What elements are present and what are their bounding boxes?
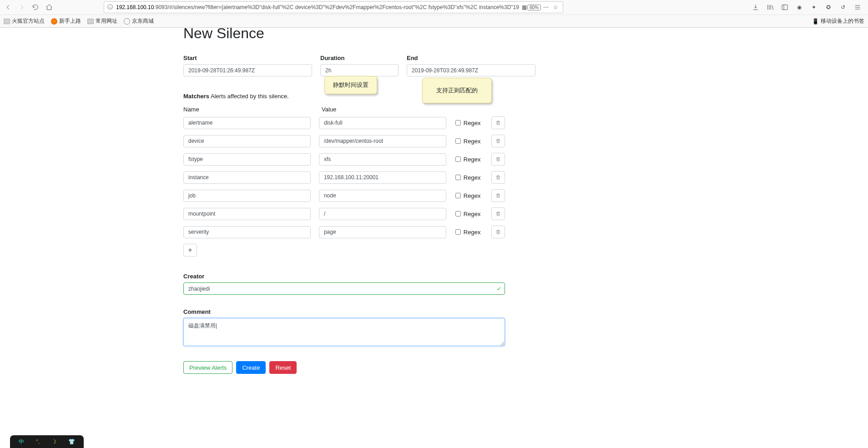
matcher-name-input[interactable] [183, 171, 311, 184]
matcher-row: Regex [183, 171, 505, 184]
duration-input[interactable] [320, 64, 399, 76]
delete-matcher-button[interactable] [491, 135, 505, 147]
regex-checkbox[interactable] [455, 175, 461, 180]
matcher-value-input[interactable] [319, 117, 446, 129]
regex-checkbox-label[interactable]: Regex [455, 211, 481, 217]
firefox-icon [51, 18, 57, 25]
svg-rect-1 [782, 5, 787, 10]
zoom-badge[interactable]: 80% [527, 5, 541, 10]
matcher-value-input[interactable] [319, 190, 446, 202]
start-input[interactable] [183, 64, 312, 76]
matcher-row: Regex [183, 135, 505, 147]
regex-checkbox-label[interactable]: Regex [455, 156, 481, 163]
start-label: Start [183, 55, 312, 61]
create-button[interactable]: Create [236, 361, 266, 374]
toolbar-right: ◉ ✦ ✪ ↺ [750, 1, 866, 14]
menu-icon[interactable] [852, 1, 863, 14]
addon-icon-1[interactable]: ◉ [793, 1, 805, 14]
nav-toolbar: 192.168.100.10:9093/#/silences/new?filte… [0, 0, 868, 15]
site-info-icon[interactable] [107, 4, 113, 11]
browser-chrome: 192.168.100.10:9093/#/silences/new?filte… [0, 0, 868, 28]
regex-checkbox-label[interactable]: Regex [455, 192, 481, 199]
name-header: Name [183, 106, 322, 113]
matcher-row: Regex [183, 116, 505, 129]
addon-icon-3[interactable]: ✪ [823, 1, 834, 14]
reload-button[interactable] [29, 1, 42, 14]
regex-checkbox-label[interactable]: Regex [455, 138, 481, 145]
matcher-name-input[interactable] [183, 153, 311, 166]
matcher-value-input[interactable] [319, 153, 446, 166]
addon-icon-2[interactable]: ✦ [808, 1, 820, 14]
annotation-note: 支持正则匹配的 [422, 78, 492, 103]
url-bar[interactable]: 192.168.100.10:9093/#/silences/new?filte… [104, 1, 563, 13]
qr-icon[interactable]: ▦ [522, 4, 527, 10]
library-icon[interactable] [764, 1, 776, 14]
folder-icon [4, 19, 10, 24]
matcher-value-input[interactable] [319, 208, 446, 220]
mobile-bookmarks[interactable]: 📱移动设备上的书签 [812, 17, 864, 25]
forward-button[interactable] [15, 1, 28, 14]
delete-matcher-button[interactable] [491, 153, 505, 166]
matcher-value-input[interactable] [319, 226, 446, 238]
mobile-icon: 📱 [812, 18, 819, 25]
delete-matcher-button[interactable] [491, 171, 505, 184]
end-input[interactable] [407, 64, 535, 76]
matcher-name-input[interactable] [183, 117, 311, 129]
delete-matcher-button[interactable] [491, 207, 505, 220]
regex-checkbox[interactable] [455, 138, 461, 144]
creator-label: Creator [183, 273, 505, 280]
page-title: New Silence [183, 25, 505, 42]
time-row: Start Duration End [183, 55, 505, 76]
sidebar-icon[interactable] [779, 1, 791, 14]
duration-label: Duration [320, 55, 399, 61]
bookmark-item[interactable]: 京东商城 [124, 17, 154, 25]
folder-icon [87, 19, 94, 24]
end-label: End [407, 55, 535, 61]
regex-checkbox[interactable] [455, 193, 461, 198]
page-content: New Silence Start Duration End 静默时间设置 支持… [0, 25, 868, 392]
star-icon[interactable]: ☆ [551, 1, 560, 13]
matcher-value-input[interactable] [319, 171, 446, 184]
matcher-row: Regex [183, 226, 505, 238]
add-matcher-button[interactable]: + [183, 244, 197, 257]
matcher-row: Regex [183, 189, 505, 202]
back-button[interactable] [2, 1, 15, 14]
matcher-row: Regex [183, 207, 505, 220]
regex-checkbox-label[interactable]: Regex [455, 229, 481, 236]
regex-checkbox-label[interactable]: Regex [455, 120, 481, 126]
creator-input[interactable] [183, 282, 505, 295]
preview-alerts-button[interactable]: Preview Alerts [183, 361, 232, 374]
matcher-header: Name Value [183, 106, 505, 113]
value-header: Value [322, 106, 451, 113]
comment-input[interactable] [183, 318, 505, 346]
addon-icon-4[interactable]: ↺ [837, 1, 849, 14]
matcher-value-input[interactable] [319, 135, 446, 147]
regex-checkbox[interactable] [455, 120, 461, 126]
bookmark-item[interactable]: 火狐官方站点 [4, 17, 45, 25]
regex-checkbox-label[interactable]: Regex [455, 174, 481, 181]
matcher-name-input[interactable] [183, 208, 311, 220]
matcher-row: Regex [183, 153, 505, 166]
comment-label: Comment [183, 308, 505, 315]
page-actions-icon[interactable]: ⋯ [541, 1, 551, 13]
home-button[interactable] [43, 1, 56, 14]
bookmark-item[interactable]: 新手上路 [51, 17, 81, 25]
download-icon[interactable] [750, 1, 762, 14]
matcher-name-input[interactable] [183, 190, 311, 202]
check-icon: ✓ [497, 286, 501, 292]
delete-matcher-button[interactable] [491, 189, 505, 202]
matcher-name-input[interactable] [183, 135, 311, 147]
annotation-note: 静默时间设置 [324, 76, 377, 94]
jd-icon [124, 18, 130, 25]
matcher-name-input[interactable] [183, 226, 311, 238]
bookmark-item[interactable]: 常用网址 [87, 17, 117, 25]
regex-checkbox[interactable] [455, 156, 461, 162]
button-row: Preview Alerts Create Reset [183, 361, 505, 374]
delete-matcher-button[interactable] [491, 226, 505, 238]
regex-checkbox[interactable] [455, 229, 461, 235]
regex-checkbox[interactable] [455, 211, 461, 216]
url-text: 192.168.100.10:9093/#/silences/new?filte… [116, 4, 519, 10]
reset-button[interactable]: Reset [269, 361, 297, 374]
delete-matcher-button[interactable] [491, 116, 505, 129]
